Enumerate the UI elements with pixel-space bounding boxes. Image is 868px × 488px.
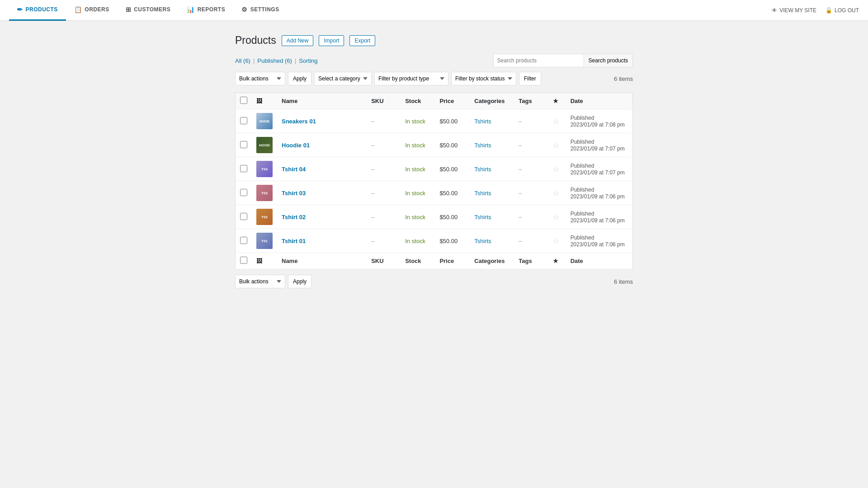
product-name-link[interactable]: Tshirt 01 xyxy=(282,238,306,244)
categories-footer: Categories xyxy=(470,253,514,269)
reports-icon: 📊 xyxy=(187,6,195,13)
all-link[interactable]: All (6) xyxy=(235,57,250,64)
search-input[interactable] xyxy=(493,54,584,67)
row-checkbox-5[interactable] xyxy=(240,237,247,244)
nav-label-settings: SETTINGS xyxy=(250,6,279,13)
row-star-cell: ☆ xyxy=(548,157,566,181)
row-checkbox-2[interactable] xyxy=(240,165,247,172)
published-link[interactable]: Published (6) xyxy=(257,57,292,64)
row-thumb-cell: T03 xyxy=(252,181,277,205)
import-button[interactable]: Import xyxy=(319,35,344,46)
sku-header[interactable]: SKU xyxy=(367,93,401,109)
add-new-button[interactable]: Add New xyxy=(282,35,314,46)
row-price-cell: $50.00 xyxy=(435,205,470,229)
category-value[interactable]: Tshirts xyxy=(474,166,491,173)
tags-header[interactable]: Tags xyxy=(514,93,548,109)
search-area: Search products xyxy=(493,54,633,67)
row-checkbox-4[interactable] xyxy=(240,213,247,220)
apply-button-top[interactable]: Apply xyxy=(288,72,311,85)
product-name-link[interactable]: Tshirt 03 xyxy=(282,190,306,197)
tags-value: – xyxy=(519,118,522,125)
price-header[interactable]: Price xyxy=(435,93,470,109)
row-tags-cell: – xyxy=(514,205,548,229)
stock-status-select[interactable]: Filter by stock status In stock Out of s… xyxy=(451,72,516,85)
featured-star[interactable]: ☆ xyxy=(553,213,559,221)
row-thumb-cell: T04 xyxy=(252,157,277,181)
row-thumb-cell: T02 xyxy=(252,205,277,229)
category-value[interactable]: Tshirts xyxy=(474,190,491,197)
category-select[interactable]: Select a category xyxy=(314,72,372,85)
bulk-actions-select[interactable]: Bulk actions Edit Move to Trash xyxy=(235,72,285,85)
categories-header[interactable]: Categories xyxy=(470,93,514,109)
row-checkbox-cell xyxy=(236,229,252,253)
stock-header[interactable]: Stock xyxy=(401,93,435,109)
category-value[interactable]: Tshirts xyxy=(474,142,491,149)
sorting-link[interactable]: Sorting xyxy=(299,57,317,64)
export-button[interactable]: Export xyxy=(349,35,375,46)
category-value[interactable]: Tshirts xyxy=(474,118,491,125)
category-value[interactable]: Tshirts xyxy=(474,214,491,221)
nav-item-orders[interactable]: 📋 ORDERS xyxy=(66,0,118,21)
bottom-bar: Bulk actions Edit Move to Trash Apply 6 … xyxy=(235,275,633,288)
product-name-link[interactable]: Tshirt 04 xyxy=(282,166,306,173)
nav-right: 👁 VIEW MY SITE 🔓 LOG OUT xyxy=(772,7,859,14)
row-date-cell: Published2023/01/09 at 7:07 pm xyxy=(566,133,633,157)
featured-star[interactable]: ☆ xyxy=(553,165,559,173)
nav-item-products[interactable]: ✏ PRODUCTS xyxy=(9,0,66,21)
product-name-link[interactable]: Hoodie 01 xyxy=(282,142,310,149)
stock-footer: Stock xyxy=(401,253,435,269)
tags-value: – xyxy=(519,190,522,197)
nav-item-settings[interactable]: ⚙ SETTINGS xyxy=(233,0,288,21)
category-value[interactable]: Tshirts xyxy=(474,238,491,244)
row-categories-cell: Tshirts xyxy=(470,109,514,133)
featured-star[interactable]: ☆ xyxy=(553,141,559,149)
sku-value: – xyxy=(371,166,374,173)
row-checkbox-1[interactable] xyxy=(240,141,247,148)
row-price-cell: $50.00 xyxy=(435,181,470,205)
row-checkbox-0[interactable] xyxy=(240,117,247,124)
bulk-actions-bottom-select[interactable]: Bulk actions Edit Move to Trash xyxy=(235,275,285,288)
product-type-select[interactable]: Filter by product type Simple product Gr… xyxy=(374,72,448,85)
nav-label-reports: REPORTS xyxy=(198,6,226,13)
product-name-link[interactable]: Tshirt 02 xyxy=(282,214,306,221)
date-footer: Date xyxy=(566,253,633,269)
orders-icon: 📋 xyxy=(74,6,82,13)
filter-button[interactable]: Filter xyxy=(519,72,541,85)
row-checkbox-3[interactable] xyxy=(240,189,247,196)
row-checkbox-cell xyxy=(236,181,252,205)
row-tags-cell: – xyxy=(514,157,548,181)
date-status: Published2023/01/09 at 7:07 pm xyxy=(571,163,625,176)
product-name-link[interactable]: Sneakers 01 xyxy=(282,118,316,125)
items-count-bottom: 6 items xyxy=(614,278,633,285)
row-stock-cell: In stock xyxy=(401,205,435,229)
stock-status: In stock xyxy=(405,166,425,173)
apply-button-bottom[interactable]: Apply xyxy=(288,275,311,288)
subheader: All (6) | Published (6) | Sorting Search… xyxy=(235,54,633,67)
featured-footer: ★ xyxy=(548,253,566,269)
name-header[interactable]: Name xyxy=(277,93,367,109)
sku-value: – xyxy=(371,238,374,244)
price-value: $50.00 xyxy=(439,142,458,149)
select-all-footer-checkbox[interactable] xyxy=(240,257,247,264)
row-price-cell: $50.00 xyxy=(435,229,470,253)
sku-value: – xyxy=(371,118,374,125)
nav-item-reports[interactable]: 📊 REPORTS xyxy=(179,0,233,21)
table-footer: 🖼 Name SKU Stock Price Categories Tags ★… xyxy=(236,253,633,269)
row-name-cell: Tshirt 01 xyxy=(277,229,367,253)
featured-star[interactable]: ☆ xyxy=(553,237,559,245)
table-row: T03 Tshirt 03 – In stock $50.00 Tshirts … xyxy=(236,181,633,205)
search-button[interactable]: Search products xyxy=(584,54,633,67)
tags-value: – xyxy=(519,214,522,221)
date-header[interactable]: Date xyxy=(566,93,633,109)
logout-icon: 🔓 xyxy=(826,7,832,14)
row-date-cell: Published2023/01/09 at 7:06 pm xyxy=(566,229,633,253)
featured-star[interactable]: ☆ xyxy=(553,117,559,125)
nav-item-customers[interactable]: ⊞ CUSTOMERS xyxy=(118,0,179,21)
featured-star[interactable]: ☆ xyxy=(553,189,559,197)
date-status: Published2023/01/09 at 7:07 pm xyxy=(571,139,625,152)
row-name-cell: Tshirt 03 xyxy=(277,181,367,205)
logout-button[interactable]: 🔓 LOG OUT xyxy=(826,7,859,14)
select-all-checkbox[interactable] xyxy=(240,97,247,104)
select-all-header xyxy=(236,93,252,109)
view-site-button[interactable]: 👁 VIEW MY SITE xyxy=(772,7,816,14)
